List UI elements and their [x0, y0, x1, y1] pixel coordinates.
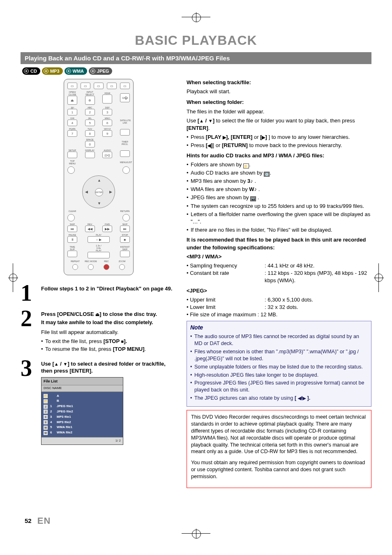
- remote-key-6: 6: [102, 120, 112, 126]
- text: ] to move to any lower hierarchies.: [268, 134, 350, 140]
- filelist-page: 1/ 2: [115, 439, 121, 443]
- remote-label-timer: TIMER PROG.: [120, 140, 130, 145]
- left-icon: [208, 143, 211, 148]
- remote-hdmi-button: [102, 94, 112, 104]
- text: /: [204, 117, 208, 124]
- filelist-row: 📁B: [44, 398, 121, 404]
- remote-audio-button: ((•)): [102, 152, 112, 158]
- text: .: [208, 125, 210, 131]
- text: JPEG files are shown by: [191, 194, 250, 200]
- remote-enter-button: ENTER: [95, 188, 103, 196]
- note-box: Note The audio source of MP3 files canno…: [187, 321, 371, 407]
- text: to move back to the previous hierarchy.: [248, 142, 342, 148]
- bullet: Audio CD tracks are shown by 💿.: [187, 169, 371, 177]
- heading: When selecting track/file:: [187, 79, 251, 85]
- text: WMA files are shown by: [191, 186, 249, 192]
- remote-fwd-button: ▶▶: [102, 226, 112, 232]
- step-3-heading: Use [ / ] to select a desired folder or …: [41, 360, 177, 375]
- remote-topmenu-button: [67, 166, 75, 174]
- file-index: 5: [50, 425, 54, 430]
- remote-rev-button: ◀◀: [85, 226, 95, 232]
- remote-key-9: 9: [102, 130, 112, 137]
- text: .: [249, 161, 251, 168]
- crop-mark-left: [8, 263, 18, 292]
- remote-label-clear: CLEAR: [67, 210, 77, 212]
- badge-cd: CD: [22, 67, 40, 75]
- dpad-left-icon: ◀: [85, 190, 88, 194]
- file-name: B: [57, 399, 59, 403]
- filelist-header: File List: [42, 378, 123, 385]
- file-icon: W: [44, 431, 48, 435]
- remote-key-5: 5: [85, 120, 95, 126]
- remote-speed-button: [88, 252, 110, 258]
- remote-label: REC MODE: [83, 260, 99, 263]
- text: [PLAY: [206, 134, 223, 140]
- step-2-subheading: It may take awhile to load the disc comp…: [41, 319, 157, 326]
- step-3: 3 Use [ / ] to select a desired folder o…: [21, 359, 177, 445]
- play-icon: [223, 135, 226, 140]
- text: /: [59, 361, 63, 367]
- steps: 1 Follow steps 1 to 2 in "Direct Playbac…: [21, 283, 177, 445]
- bullet: Folders are shown by 📁.: [187, 161, 371, 168]
- file-icon: W: [44, 426, 48, 430]
- step-1: 1 Follow steps 1 to 2 in "Direct Playbac…: [21, 283, 177, 303]
- remote-timer-button: [120, 150, 130, 157]
- step-number: 1: [21, 283, 37, 303]
- remote-timeslip-button: [67, 251, 77, 257]
- down-icon: [63, 362, 68, 366]
- step-2-bullet: To exit the file list, press [STOP ].: [41, 338, 157, 345]
- remote-key-7: 7: [67, 130, 77, 137]
- file-icon: 3: [44, 420, 48, 424]
- bullet: The system can recognize up to 255 folde…: [187, 203, 371, 210]
- page-number: 52: [25, 517, 32, 524]
- page-title: BASIC PLAYBACK: [21, 33, 371, 48]
- text: to select the file or folder you want to…: [214, 117, 355, 124]
- badge-jpeg: JPEG: [89, 67, 112, 75]
- text: Press: [191, 142, 206, 148]
- remote-play-button: ○ ▶: [88, 236, 110, 243]
- left-icon: [298, 396, 301, 401]
- step-2-line: File list will appear automatically.: [41, 329, 157, 336]
- text: .: [258, 194, 259, 200]
- file-index: 6: [50, 431, 54, 435]
- text: The files in the folder will appear.: [187, 108, 371, 115]
- text: .: [254, 178, 256, 184]
- remote-label-satellite: SATELLITE LINK: [120, 119, 130, 124]
- remote-pause-button: ⏸: [67, 236, 77, 243]
- right-icon: [262, 135, 265, 140]
- remote-zoom-button: [119, 264, 125, 270]
- remote-tab: ▭: [94, 83, 104, 89]
- down-icon: [208, 118, 213, 123]
- cd-track-icon: 💿: [264, 172, 270, 177]
- spec-key: • Sampling frequency: [187, 262, 265, 269]
- file-icon: 📁: [44, 394, 48, 398]
- remote-label-return: RETURN: [120, 210, 130, 212]
- spec-key: • Upper limit: [187, 296, 265, 304]
- spec-val: : 44.1 kHz or 48 kHz.: [265, 262, 371, 269]
- text: ] to close the disc tray.: [99, 311, 157, 317]
- spec-val: : 112 kbps - 320 kbps (MP3), 48 kbps - 1…: [265, 269, 371, 284]
- text: Use [: [41, 361, 54, 367]
- remote-label: 1.3x / 0.8x PLAY: [94, 244, 104, 252]
- remote-label: OPEN/ CLOSE: [67, 91, 77, 96]
- file-icon: J: [44, 410, 48, 414]
- step-2-heading: Press [OPEN/CLOSE ] to close the disc tr…: [41, 311, 157, 318]
- spec-row: • Constant bit rate: 112 kbps - 320 kbps…: [187, 269, 371, 284]
- note-bullet: The audio source of MP3 files cannot be …: [190, 333, 368, 347]
- bullet: Press [PLAY ], [ENTER] or [] ] to move t…: [187, 134, 371, 141]
- spec-row: • Sampling frequency: 44.1 kHz or 48 kHz…: [187, 262, 371, 269]
- heading: When selecting folder:: [187, 99, 244, 105]
- remote-tab: ▭: [107, 83, 117, 89]
- remote-illustration: ▭ ▭ ▭ ▭ ▭ OPEN/ CLOSE ⏏ INPUT SELECT ⊕ H…: [64, 79, 134, 275]
- crop-mark-bottom: [182, 529, 210, 539]
- step-1-heading: Follow steps 1 to 2 in "Direct Playback"…: [41, 285, 172, 292]
- step-2: 2 Press [OPEN/CLOSE ] to close the disc …: [21, 309, 177, 353]
- text: [ENTER]: [187, 125, 208, 131]
- remote-label: INSTANT SKIP: [120, 246, 130, 251]
- remote-clear-button: [67, 214, 75, 221]
- dpad-up-icon: ▲: [97, 178, 101, 182]
- remote-power-button: I/⏻: [120, 93, 130, 102]
- remote-label-topmenu: TOP MENU: [67, 160, 77, 165]
- right-icon: [302, 396, 306, 401]
- badge-mp3-label: MP3: [50, 69, 60, 74]
